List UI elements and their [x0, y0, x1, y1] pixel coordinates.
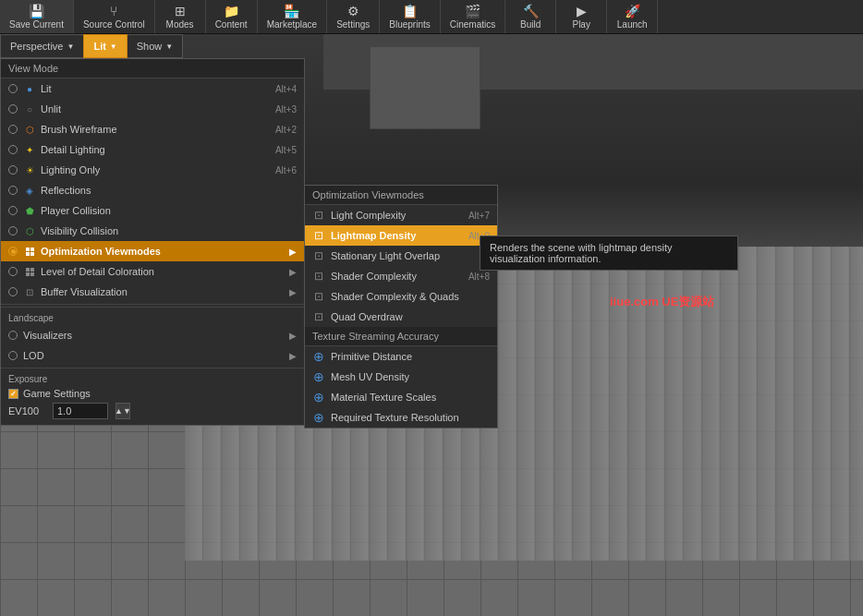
menu-item-visibility-collision[interactable]: ⬡ Visibility Collision: [1, 221, 304, 241]
opt-item-shader-complexity[interactable]: ⊡ Shader Complexity Alt+8: [305, 266, 497, 286]
brush-shortcut: Alt+2: [275, 125, 297, 135]
stationary-light-label: Stationary Light Overlap: [331, 250, 490, 261]
lod-icon: [23, 265, 36, 278]
menu-item-unlit[interactable]: ○ Unlit Alt+3: [1, 99, 304, 119]
lit-button[interactable]: Lit ▼: [83, 34, 127, 58]
modes-button[interactable]: ⊞ Modes: [155, 0, 206, 33]
opt-item-shader-complexity-quads[interactable]: ⊡ Shader Complexity & Quads: [305, 286, 497, 307]
light-complexity-icon: ⊡: [312, 209, 325, 222]
launch-button[interactable]: 🚀 Launch: [607, 0, 658, 33]
material-texture-label: Material Texture Scales: [331, 392, 490, 403]
show-button[interactable]: Show ▼: [128, 34, 183, 58]
radio-detail: [8, 145, 18, 154]
ev100-row: EV100 ▲▼: [1, 401, 304, 421]
chevron-down-icon: ▼: [67, 42, 74, 51]
required-texture-icon: ⊕: [312, 411, 325, 424]
brush-icon: ⬡: [23, 123, 36, 136]
opt-item-material-texture-scales[interactable]: ⊕ Material Texture Scales: [305, 387, 497, 407]
menu-item-lod-coloration[interactable]: Level of Detail Coloration ▶: [1, 261, 304, 282]
lighting-only-shortcut: Alt+6: [275, 165, 297, 175]
menu-item-reflections[interactable]: ◈ Reflections: [1, 180, 304, 200]
opt-item-quad-overdraw[interactable]: ⊡ Quad Overdraw: [305, 307, 497, 327]
menu-item-player-collision[interactable]: ⬟ Player Collision: [1, 200, 304, 221]
content-button[interactable]: 📁 Content: [206, 0, 258, 33]
buffer-icon: ⊡: [23, 285, 36, 298]
save-current-button[interactable]: 💾 Save Current: [0, 0, 74, 33]
radio-buffer: [8, 287, 18, 296]
optimization-icon: [23, 245, 36, 258]
lit-shortcut: Alt+4: [275, 84, 297, 94]
shader-complexity-quads-label: Shader Complexity & Quads: [331, 291, 490, 302]
game-settings-row: ✓ Game Settings: [1, 386, 304, 401]
opt-item-primitive-distance[interactable]: ⊕ Primitive Distance: [305, 346, 497, 367]
ev100-label: EV100: [8, 405, 45, 417]
radio-player-collision: [8, 206, 18, 215]
optimization-submenu: Optimization Viewmodes ⊡ Light Complexit…: [304, 185, 498, 429]
stationary-light-icon: ⊡: [312, 249, 325, 262]
menu-item-optimization-viewmodes[interactable]: Optimization Viewmodes ▶: [1, 241, 304, 261]
opt-item-mesh-uv-density[interactable]: ⊕ Mesh UV Density: [305, 367, 497, 387]
source-control-icon: ⑂: [110, 4, 117, 18]
lod-label: Level of Detail Coloration: [41, 266, 286, 277]
lighting-only-icon: ☀: [23, 163, 36, 176]
player-collision-label: Player Collision: [41, 205, 297, 216]
launch-icon: 🚀: [625, 4, 640, 18]
blueprints-icon: 📋: [402, 4, 418, 18]
quad-overdraw-icon: ⊡: [312, 310, 325, 323]
source-control-button[interactable]: ⑂ Source Control: [74, 0, 155, 33]
shader-complexity-label: Shader Complexity: [331, 271, 468, 282]
main-toolbar: 💾 Save Current ⑂ Source Control ⊞ Modes …: [0, 0, 863, 34]
menu-item-visualizers[interactable]: Visualizers ▶: [1, 325, 304, 345]
view-mode-header: View Mode: [1, 59, 304, 79]
marketplace-button[interactable]: 🏪 Marketplace: [258, 0, 327, 33]
exposure-section: Exposure ✓ Game Settings EV100 ▲▼: [1, 368, 304, 425]
detail-lighting-icon: ✦: [23, 143, 36, 156]
build-button[interactable]: 🔨 Build: [505, 0, 556, 33]
play-button[interactable]: ▶ Play: [556, 0, 607, 33]
menu-item-lit[interactable]: ● Lit Alt+4: [1, 79, 304, 99]
ev100-spin-button[interactable]: ▲▼: [115, 403, 130, 419]
menu-item-detail-lighting[interactable]: ✦ Detail Lighting Alt+5: [1, 139, 304, 160]
menu-item-lod-landscape[interactable]: LOD ▶: [1, 345, 304, 366]
perspective-button[interactable]: Perspective ▼: [0, 34, 83, 58]
light-complexity-shortcut: Alt+7: [468, 211, 490, 221]
menu-separator: [1, 304, 304, 305]
opt-item-lightmap-density[interactable]: ⊡ Lightmap Density Alt+0: [305, 225, 497, 246]
menu-item-buffer-visualization[interactable]: ⊡ Buffer Visualization ▶: [1, 282, 304, 302]
lod-landscape-arrow: ▶: [289, 351, 297, 361]
menu-item-brush-wireframe[interactable]: ⬡ Brush Wireframe Alt+2: [1, 119, 304, 139]
material-texture-icon: ⊕: [312, 391, 325, 404]
play-icon: ▶: [577, 4, 587, 18]
lightmap-density-tooltip: Renders the scene with lightmap density …: [480, 236, 738, 271]
ev100-input[interactable]: [53, 403, 108, 419]
chevron-down-icon-show: ▼: [165, 42, 173, 51]
menu-item-lighting-only[interactable]: ☀ Lighting Only Alt+6: [1, 160, 304, 180]
texture-streaming-header: Texture Streaming Accuracy: [305, 327, 497, 346]
opt-item-light-complexity[interactable]: ⊡ Light Complexity Alt+7: [305, 205, 497, 225]
radio-lit: [8, 84, 18, 93]
radio-reflections: [8, 186, 18, 195]
radio-unlit: [8, 104, 18, 114]
required-texture-label: Required Texture Resolution: [331, 412, 490, 423]
chevron-down-icon-lit: ▼: [110, 42, 117, 51]
primitive-distance-label: Primitive Distance: [331, 351, 490, 362]
game-settings-checkbox[interactable]: ✓: [8, 389, 18, 399]
game-settings-label: Game Settings: [23, 388, 91, 399]
scene-box: [370, 46, 480, 129]
opt-item-required-texture-resolution[interactable]: ⊕ Required Texture Resolution: [305, 407, 497, 428]
marketplace-icon: 🏪: [284, 4, 299, 18]
lit-icon: ●: [23, 82, 36, 95]
cinematics-button[interactable]: 🎬 Cinematics: [441, 0, 505, 33]
radio-lod-landscape: [8, 351, 18, 360]
lighting-only-label: Lighting Only: [41, 164, 275, 175]
shader-complexity-icon: ⊡: [312, 270, 325, 283]
exposure-header: Exposure: [1, 372, 304, 386]
settings-button[interactable]: ⚙ Settings: [327, 0, 380, 33]
opt-item-stationary-light-overlap[interactable]: ⊡ Stationary Light Overlap: [305, 246, 497, 266]
radio-visualizers: [8, 331, 18, 340]
view-toolbar: Perspective ▼ Lit ▼ Show ▼: [0, 34, 183, 58]
lod-landscape-label: LOD: [23, 350, 286, 361]
buffer-label: Buffer Visualization: [41, 286, 286, 297]
lightmap-density-label: Lightmap Density: [331, 230, 468, 241]
blueprints-button[interactable]: 📋 Blueprints: [380, 0, 440, 33]
